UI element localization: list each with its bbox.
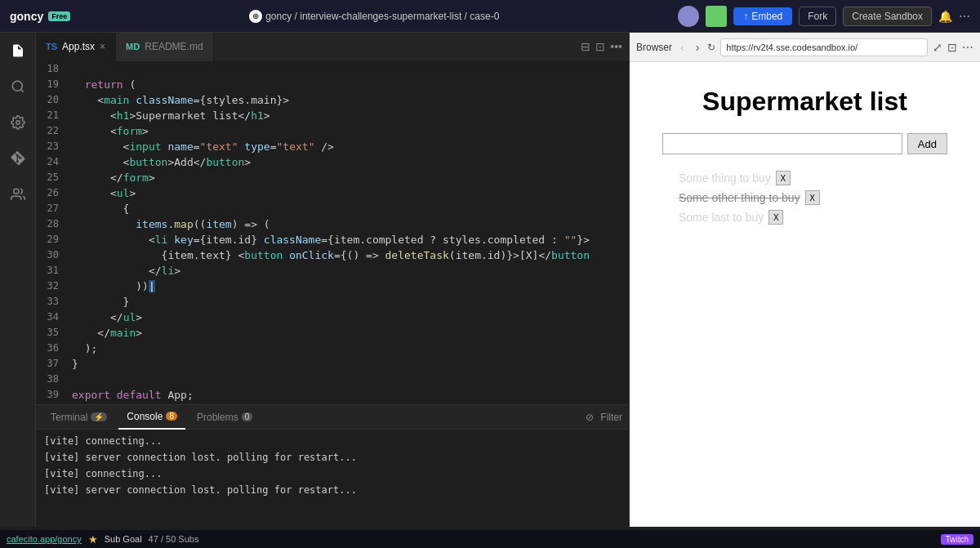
problems-badge: 0	[242, 412, 253, 421]
editor-console-area: TS App.tsx × MD README.md ⊟ ⊡ ••• 181920…	[36, 33, 629, 527]
browser-more-icon[interactable]: ⋯	[962, 41, 973, 54]
code-line-33: }	[72, 294, 629, 310]
browser-forward-button[interactable]: ›	[693, 39, 703, 56]
list-item-1: Some other thing to buy X	[679, 190, 947, 205]
tab-close-app[interactable]: ×	[100, 41, 105, 52]
avatar	[678, 6, 699, 27]
color-swatch[interactable]	[706, 6, 727, 27]
code-line-22: <form>	[72, 123, 629, 139]
main-layout: TS App.tsx × MD README.md ⊟ ⊡ ••• 181920…	[0, 33, 980, 527]
code-line-31: </li>	[72, 263, 629, 278]
editor-layout-icon[interactable]: ⊡	[595, 40, 605, 53]
browser-app-content: Supermarket list Add Some thing to buy X…	[630, 62, 980, 527]
svg-line-1	[20, 89, 23, 91]
more-menu-icon[interactable]: ⋯	[959, 10, 970, 23]
list-item-0-text: Some thing to buy	[679, 172, 771, 185]
settings-icon[interactable]	[7, 111, 29, 134]
code-line-24: <button>Add</button>	[72, 154, 629, 170]
browser-back-button[interactable]: ‹	[677, 39, 688, 56]
code-line-36: );	[72, 341, 629, 356]
code-editor[interactable]: 1819202122 2324252627 2829303132 3334353…	[36, 61, 629, 404]
editor-actions: ⊟ ⊡ •••	[581, 40, 629, 53]
tab-readme[interactable]: MD README.md	[116, 33, 213, 61]
code-line-29: <li key={item.id} className={item.comple…	[72, 232, 629, 247]
tab-readme-label: README.md	[145, 41, 203, 52]
console-line-3: [vite] connecting...	[44, 467, 621, 480]
code-line-38	[72, 372, 629, 387]
code-line-20: <main className={styles.main}>	[72, 92, 629, 108]
logo-area: goncy Free	[10, 10, 70, 23]
console-line-1: [vite] connecting...	[44, 434, 621, 448]
terminal-tab[interactable]: Terminal ⚡	[42, 405, 115, 430]
share-icon: ↑	[743, 11, 748, 22]
code-line-26: <ul>	[72, 185, 629, 201]
embed-button[interactable]: ↑ Embed	[733, 7, 792, 25]
filter-label[interactable]: Filter	[600, 412, 622, 423]
browser-open-icon[interactable]: ⤢	[933, 41, 942, 54]
filter-icon[interactable]: ⊘	[586, 412, 594, 423]
console-output: [vite] connecting... [vite] server conne…	[36, 430, 629, 527]
bell-icon[interactable]: 🔔	[938, 10, 952, 23]
line-numbers: 1819202122 2324252627 2829303132 3334353…	[36, 61, 65, 404]
browser-label: Browser	[636, 42, 672, 53]
sub-goal-label: Sub Goal	[105, 534, 142, 544]
code-line-37: }	[72, 356, 629, 372]
toolbar-actions: ↑ Embed Fork Create Sandbox 🔔 ⋯	[678, 6, 970, 27]
top-toolbar: goncy Free ⊕ goncy / interview-challenge…	[0, 0, 980, 33]
users-icon[interactable]	[7, 183, 29, 206]
more-actions-icon[interactable]: •••	[610, 40, 622, 53]
browser-panel: Browser ‹ › ↻ ⤢ ⊡ ⋯ Supermarket list Add…	[629, 33, 980, 527]
code-line-18	[72, 61, 629, 77]
fork-button[interactable]: Fork	[799, 7, 836, 26]
list-item-0-delete[interactable]: X	[776, 171, 791, 185]
browser-url-input[interactable]	[720, 38, 928, 56]
browser-refresh-button[interactable]: ↻	[707, 42, 715, 53]
star-icon[interactable]: ★	[88, 533, 98, 546]
code-line-39: export default App;	[72, 387, 629, 403]
code-line-32: ))|	[72, 278, 629, 294]
files-icon[interactable]	[7, 39, 29, 62]
bottom-panel: Terminal ⚡ Console 8 Problems 0 ⊘ Filter…	[36, 404, 629, 527]
console-tab-label: Console	[127, 411, 163, 422]
list-item-2-text: Some last to buy	[679, 211, 764, 224]
problems-tab[interactable]: Problems 0	[189, 405, 261, 430]
ts-icon: TS	[46, 42, 57, 51]
list-item-2: Some last to buy X	[679, 210, 947, 225]
app-title: Supermarket list	[662, 87, 947, 117]
search-icon[interactable]	[7, 75, 29, 98]
console-tab[interactable]: Console 8	[118, 405, 185, 430]
code-line-27: {	[72, 201, 629, 216]
github-icon: ⊕	[249, 10, 262, 23]
create-sandbox-button[interactable]: Create Sandbox	[843, 7, 932, 26]
list-item-0: Some thing to buy X	[679, 171, 947, 185]
stream-bar: cafecito.app/goncy ★ Sub Goal 47 / 50 Su…	[0, 530, 980, 548]
git-icon[interactable]	[7, 147, 29, 170]
app-add-button[interactable]: Add	[907, 133, 947, 154]
svg-point-0	[12, 81, 22, 91]
bottom-tab-bar: Terminal ⚡ Console 8 Problems 0 ⊘ Filter	[36, 405, 629, 430]
repo-path-text: goncy / interview-challenges-supermarket…	[265, 11, 499, 22]
code-line-34: </ul>	[72, 310, 629, 325]
code-line-35: </main>	[72, 325, 629, 341]
sub-progress: 47 / 50 Subs	[149, 534, 199, 544]
code-line-19: return (	[72, 77, 629, 92]
list-item-1-delete[interactable]: X	[805, 190, 820, 205]
code-line-28: items.map((item) => (	[72, 216, 629, 232]
console-line-4: [vite] server connection lost. polling f…	[44, 483, 621, 497]
code-line-30: {item.text} <button onClick={() => delet…	[72, 247, 629, 263]
activity-bar	[0, 33, 36, 527]
list-item-1-text: Some other thing to buy	[679, 191, 800, 204]
cafecito-link[interactable]: cafecito.app/goncy	[7, 534, 82, 544]
code-lines: return ( <main className={styles.main}> …	[65, 61, 629, 404]
terminal-tab-label: Terminal	[51, 412, 87, 423]
console-badge: 8	[166, 412, 177, 421]
tab-app-tsx[interactable]: TS App.tsx ×	[36, 33, 116, 61]
split-editor-icon[interactable]: ⊟	[581, 40, 590, 53]
browser-toolbar: Browser ‹ › ↻ ⤢ ⊡ ⋯	[630, 33, 980, 62]
tab-app-tsx-label: App.tsx	[62, 41, 95, 52]
list-item-2-delete[interactable]: X	[768, 210, 783, 225]
app-text-input[interactable]	[662, 133, 902, 154]
code-line-25: </form>	[72, 170, 629, 185]
md-icon: MD	[126, 42, 140, 51]
browser-devtools-icon[interactable]: ⊡	[947, 41, 957, 54]
